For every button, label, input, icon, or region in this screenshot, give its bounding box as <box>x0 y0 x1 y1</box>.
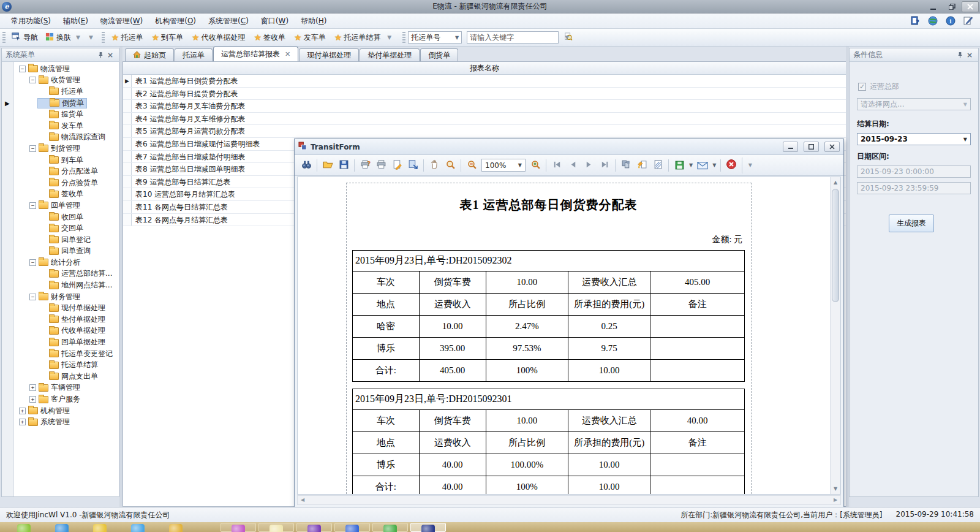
tree-item-托运单结算[interactable]: 托运单结算 <box>14 359 119 371</box>
transitform-close-button[interactable] <box>824 142 840 152</box>
tree-item-托运单变更登记[interactable]: 托运单变更登记 <box>14 348 119 360</box>
report-row-4[interactable]: 表4 运营总部每月叉车维修分配表 <box>123 113 846 126</box>
dropdown-arrow-icon[interactable]: ▼ <box>710 162 718 168</box>
print-preview-button[interactable]: ? <box>357 158 373 173</box>
close-panel-icon[interactable]: × <box>105 50 115 60</box>
info-icon[interactable]: i <box>944 15 956 26</box>
zoom-out-button[interactable] <box>464 158 480 173</box>
viewer-vertical-scrollbar[interactable]: ▲ ▼ <box>830 177 840 494</box>
toolbar-grip[interactable] <box>2 32 6 43</box>
close-panel-icon[interactable]: × <box>965 50 974 60</box>
hand-button[interactable] <box>426 158 442 173</box>
tree-item-收货管理[interactable]: −收货管理 <box>14 75 119 86</box>
toolbar-overflow-button[interactable]: ▼ <box>742 158 758 173</box>
toolbar-overflow-2[interactable]: ▼ <box>385 34 394 40</box>
toolbar-grip[interactable] <box>402 32 405 43</box>
tree-item-到车单[interactable]: 到车单 <box>14 154 119 166</box>
report-row-1[interactable]: ▶表1 运营总部每日倒货费分配表 <box>123 75 846 88</box>
taskbar-icon-4[interactable] <box>131 524 145 532</box>
scroll-right-icon[interactable]: ▶ <box>831 496 840 504</box>
tree-item-车辆管理[interactable]: +车辆管理 <box>14 382 119 394</box>
skin-button[interactable]: 换肤 ▼ <box>42 31 86 45</box>
generate-report-button[interactable]: 生成报表 <box>889 215 934 232</box>
zoom-level-combo[interactable]: 100%▼ <box>481 159 526 172</box>
scroll-left-icon[interactable]: ◀ <box>298 496 307 504</box>
tree-item-提货单[interactable]: 提货单 <box>14 108 119 120</box>
taskbar-icon-1[interactable] <box>17 524 31 532</box>
minimize-button[interactable] <box>925 1 942 12</box>
help-book-icon[interactable]: ? <box>909 15 921 26</box>
toolbar-overflow-1[interactable]: ▼ <box>86 34 96 40</box>
tree-item-物流管理[interactable]: −物流管理 <box>14 63 119 75</box>
site-select[interactable]: 请选择网点... ▼ <box>857 98 971 110</box>
taskbar-icon-5[interactable] <box>169 524 183 532</box>
taskbar-button-3[interactable] <box>296 523 332 532</box>
search-field-selector[interactable]: 托运单号 ▼ <box>408 31 462 44</box>
page-setup-button[interactable] <box>389 158 405 173</box>
page-scale-button[interactable] <box>405 158 421 173</box>
tree-item-代收单据处理[interactable]: 代收单据处理 <box>14 325 119 337</box>
menu-常用功能[interactable]: 常用功能(S) <box>5 14 57 28</box>
dropdown-arrow-icon[interactable]: ▼ <box>687 162 695 168</box>
collapse-icon[interactable]: − <box>19 66 26 72</box>
expand-icon[interactable]: + <box>19 408 26 414</box>
taskbar-button-6[interactable] <box>410 523 446 532</box>
shortcut-到车单[interactable]: ★到车单 <box>147 31 187 45</box>
open-button[interactable] <box>320 158 336 173</box>
scroll-up-icon[interactable]: ▲ <box>831 177 840 188</box>
collapse-icon[interactable]: − <box>29 259 36 266</box>
tree-item-运营总部结算...[interactable]: 运营总部结算... <box>14 268 119 280</box>
tab-起始页[interactable]: 起始页 <box>125 48 174 61</box>
viewer-horizontal-scrollbar[interactable]: ◀ ▶ <box>297 495 841 505</box>
taskbar-icon-3[interactable] <box>93 524 107 532</box>
first-page-button[interactable] <box>549 158 565 173</box>
report-row-5[interactable]: 表5 运营总部每月运营罚款分配表 <box>123 125 846 138</box>
expand-icon[interactable]: + <box>29 384 36 391</box>
shortcut-签收单[interactable]: ★签收单 <box>250 31 290 45</box>
close-button[interactable] <box>962 1 979 12</box>
tree-item-发车单[interactable]: 发车单 <box>14 120 119 132</box>
navigate-button[interactable]: 导航 <box>8 30 42 45</box>
hq-checkbox[interactable]: ✓ <box>858 83 866 91</box>
shortcut-发车单[interactable]: ★发车单 <box>290 31 330 45</box>
email-button[interactable]: ▼ <box>695 158 718 173</box>
transitform-titlebar[interactable]: TransitForm <box>295 139 843 155</box>
range-end-input[interactable] <box>857 182 971 194</box>
tree-item-地州网点结算...[interactable]: 地州网点结算... <box>14 279 119 291</box>
tree-item-网点支出单[interactable]: 网点支出单 <box>14 371 119 382</box>
taskbar-button-1[interactable] <box>221 523 256 532</box>
tree-item-回单管理[interactable]: −回单管理 <box>14 200 119 211</box>
shortcut-托运单结算[interactable]: ★托运单结算 <box>330 31 385 45</box>
edit-page-button[interactable] <box>650 158 666 173</box>
report-row-2[interactable]: 表2 运营总部每日提货费分配表 <box>123 88 846 101</box>
thumbnails-button[interactable] <box>618 158 634 173</box>
tree-item-统计分析[interactable]: −统计分析 <box>14 257 119 268</box>
tree-item-收回单[interactable]: 收回单 <box>14 211 119 223</box>
close-preview-button[interactable] <box>723 158 739 173</box>
settle-date-combo[interactable]: 2015-09-23 ▼ <box>857 133 971 145</box>
taskbar-button-2[interactable] <box>258 523 294 532</box>
menu-系统管理[interactable]: 系统管理(C) <box>202 14 255 28</box>
tree-item-托运单[interactable]: 托运单 <box>14 86 119 97</box>
transitform-minimize-button[interactable] <box>783 142 798 152</box>
tree-item-倒货单[interactable]: 倒货单 <box>14 97 119 109</box>
menu-辅助[interactable]: 辅助(E) <box>57 14 94 28</box>
report-row-3[interactable]: 表3 运营总部每月叉车油费分配表 <box>123 100 846 113</box>
taskbar-button-4[interactable] <box>334 523 370 532</box>
tree-item-交回单[interactable]: 交回单 <box>14 222 119 234</box>
tree-item-分点配送单[interactable]: 分点配送单 <box>14 165 119 177</box>
tree-item-系统管理[interactable]: +系统管理 <box>14 416 119 428</box>
range-start-input[interactable] <box>857 165 971 178</box>
globe-icon[interactable] <box>927 15 938 26</box>
next-page-button[interactable] <box>581 158 597 173</box>
menu-窗口[interactable]: 窗口(W) <box>255 14 295 28</box>
tree-item-财务管理[interactable]: −财务管理 <box>14 291 119 303</box>
tab-托运单[interactable]: 托运单 <box>175 48 213 61</box>
transitform-maximize-button[interactable] <box>804 142 819 152</box>
tree-item-回单登记[interactable]: 回单登记 <box>14 234 119 246</box>
search-input[interactable] <box>467 33 564 42</box>
tree-item-客户服务[interactable]: +客户服务 <box>14 393 119 405</box>
toolbar-grip[interactable] <box>102 32 105 43</box>
tree-item-分点验货单[interactable]: 分点验货单 <box>14 177 119 189</box>
taskbar-icon-2[interactable] <box>55 524 69 532</box>
